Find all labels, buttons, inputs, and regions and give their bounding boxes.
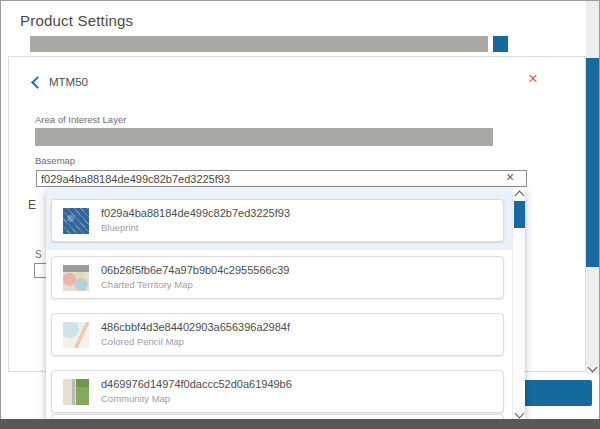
page-title: Product Settings [20,12,133,29]
basemap-option-name: Community Map [101,393,170,404]
redacted-action-square[interactable] [493,36,508,52]
colored-pencil-thumbnail [63,322,89,348]
chevron-up-icon[interactable] [515,191,525,201]
basemap-option-colored-pencil-map[interactable]: 486cbbf4d3e84402903a656396a2984fColored … [51,313,504,356]
dropdown-scrollbar[interactable] [512,188,525,419]
basemap-option-id: 06b26f5fb6e74a97b9b04c2955566c39 [101,264,289,276]
basemap-option-blueprint[interactable]: f029a4ba88184de499c82b7ed3225f93Blueprin… [51,199,504,242]
back-label: MTM50 [49,76,88,88]
chevron-left-icon [31,76,44,89]
chevron-down-icon[interactable] [588,363,598,373]
clear-input-icon[interactable]: × [506,170,514,184]
obscured-label-fragment: S [35,249,42,260]
basemap-option-charted-territory-map[interactable]: 06b26f5fb6e74a97b9b04c2955566c39Charted … [51,256,504,299]
basemap-field-label: Basemap [35,155,75,166]
close-icon[interactable]: × [528,70,538,87]
blueprint-thumbnail [63,208,89,234]
page-scrollbar[interactable] [586,1,599,374]
obscured-label-fragment: E [28,198,36,212]
basemap-option-name: Colored Pencil Map [101,336,184,347]
basemap-input[interactable] [36,170,527,187]
chevron-down-icon[interactable] [515,409,525,419]
back-button[interactable]: MTM50 [33,74,88,90]
basemap-option-id: f029a4ba88184de499c82b7ed3225f93 [101,207,290,219]
page-scrollbar-thumb[interactable] [586,58,599,267]
dropdown-scrollbar-thumb[interactable] [514,201,525,228]
community-thumbnail [63,379,89,405]
basemap-option-community-map[interactable]: d469976d14974f0daccc52d0a61949b6Communit… [51,370,504,413]
basemap-option-id: d469976d14974f0daccc52d0a61949b6 [101,378,292,390]
basemap-option-name: Blueprint [101,222,139,233]
redacted-product-name-bar [30,36,488,52]
basemap-option-id: 486cbbf4d3e84402903a656396a2984f [101,321,290,333]
basemap-option-name: Charted Territory Map [101,279,193,290]
aoi-field-label: Area of Interest Layer [35,114,126,125]
window-bottom-edge-bar [0,419,600,429]
charted-territory-thumbnail [63,265,89,291]
aoi-redacted-value-bar[interactable] [35,128,493,146]
basemap-dropdown-list: f029a4ba88184de499c82b7ed3225f93Blueprin… [46,188,525,419]
product-settings-dialog: Product Settings MTM50 × Area of Interes… [0,0,600,429]
